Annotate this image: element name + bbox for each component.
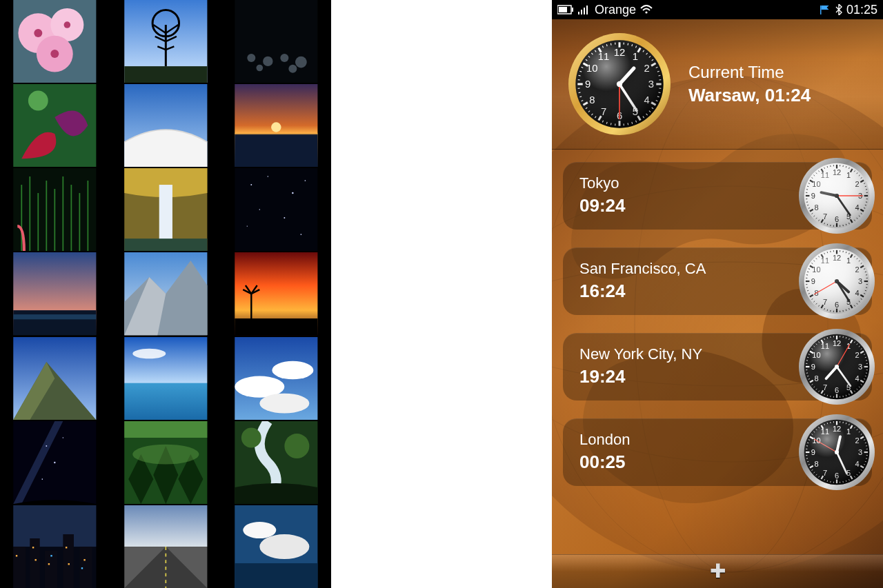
thumb-mountain-ridge[interactable] [0,337,110,420]
time-label: 09:24 [579,195,803,216]
svg-text:4: 4 [855,289,859,297]
svg-text:9: 9 [585,79,591,90]
svg-text:2: 2 [855,436,859,445]
svg-point-13 [281,54,289,62]
svg-point-52 [63,437,63,438]
thumb-night-bokeh[interactable] [221,0,331,83]
thumb-palm-sunset[interactable] [221,252,331,335]
svg-text:3: 3 [648,79,654,90]
svg-rect-90 [584,8,585,14]
svg-point-92 [645,11,647,13]
svg-rect-65 [16,555,17,556]
city-label: Tokyo [579,174,803,192]
thumb-blossom[interactable] [0,0,110,83]
svg-text:4: 4 [855,203,859,212]
svg-rect-72 [50,555,52,556]
thumb-stream[interactable] [221,421,331,504]
svg-text:12: 12 [833,425,841,433]
svg-text:7: 7 [601,106,606,117]
svg-rect-8 [124,66,207,83]
thumb-sunset-beach[interactable] [221,84,331,167]
svg-text:4: 4 [855,374,859,383]
city-label: San Francisco, CA [579,260,803,278]
svg-text:9: 9 [811,448,815,456]
thumb-petals[interactable] [0,84,110,167]
svg-point-79 [244,522,277,538]
svg-rect-74 [124,505,207,547]
svg-text:1: 1 [846,256,851,265]
thumb-sky-clouds[interactable] [221,505,331,588]
svg-rect-69 [83,559,85,560]
svg-text:9: 9 [811,192,815,200]
svg-text:7: 7 [823,212,827,221]
svg-rect-67 [48,563,50,565]
svg-text:7: 7 [823,383,827,392]
svg-text:2: 2 [855,265,859,274]
svg-rect-87 [572,8,573,12]
thumb-milky-way[interactable] [0,421,110,504]
thumb-clouds[interactable] [221,337,331,420]
city-label: London [579,431,803,449]
thumb-stars[interactable] [221,168,331,251]
thumb-waterfall[interactable] [111,168,221,251]
svg-line-143 [579,75,581,76]
status-bar: Orange 01:25 [552,0,883,19]
svg-rect-71 [68,563,70,565]
world-clock-row[interactable]: New York City, NY 19:24 123456789101112 [563,333,872,401]
add-clock-button[interactable]: ✚ [552,554,883,588]
thumb-twilight-city[interactable] [0,252,110,335]
svg-text:1: 1 [846,171,851,179]
svg-text:1: 1 [633,51,638,62]
signal-icon [578,5,591,14]
svg-point-51 [41,478,43,480]
svg-point-12 [263,57,272,66]
bluetooth-icon [835,4,842,15]
world-clock-row[interactable]: London 00:25 123456789101112 [563,418,872,486]
thumb-yosemite[interactable] [111,252,221,335]
svg-point-33 [284,217,286,219]
hero-labels: Current Time Warsaw, 01:24 [688,63,811,106]
svg-rect-60 [13,547,26,588]
svg-text:3: 3 [858,363,862,371]
svg-text:8: 8 [814,374,818,383]
svg-line-113 [658,92,660,93]
svg-point-35 [301,234,302,236]
svg-point-43 [132,348,166,358]
svg-point-46 [272,361,314,378]
svg-text:4: 4 [644,94,650,105]
svg-rect-88 [578,12,579,14]
thumb-forest[interactable] [111,421,221,504]
svg-text:2: 2 [855,180,859,188]
svg-rect-22 [235,134,318,167]
svg-point-30 [292,192,293,194]
svg-rect-59 [13,505,96,547]
svg-line-139 [579,92,581,93]
svg-text:6: 6 [835,215,839,223]
thumb-road[interactable] [111,505,221,588]
svg-point-21 [271,122,281,132]
thumb-horizon[interactable] [111,337,221,420]
thumb-lone-tree[interactable] [111,0,221,83]
svg-point-31 [305,180,306,181]
svg-text:1: 1 [846,427,851,436]
wallpaper-gallery [0,0,331,588]
svg-text:2: 2 [855,351,859,359]
thumb-reeds[interactable] [0,168,110,251]
svg-rect-42 [124,337,207,420]
svg-point-16 [289,65,297,73]
svg-point-54 [132,444,199,464]
status-left: Orange [557,3,653,17]
world-clock-row[interactable]: Tokyo 09:24 123456789101112 [563,162,872,230]
thumb-city-night[interactable] [0,505,110,588]
svg-text:7: 7 [823,469,827,477]
svg-point-329 [835,279,839,283]
svg-point-56 [285,434,310,458]
svg-text:8: 8 [814,203,818,212]
svg-text:11: 11 [821,256,829,265]
svg-text:11: 11 [598,51,609,62]
world-clock-row[interactable]: San Francisco, CA 16:24 123456789101112 [563,247,872,315]
svg-text:3: 3 [858,448,862,456]
thumb-snow-dune[interactable] [111,84,221,167]
svg-rect-61 [30,538,39,588]
svg-point-18 [28,91,48,111]
